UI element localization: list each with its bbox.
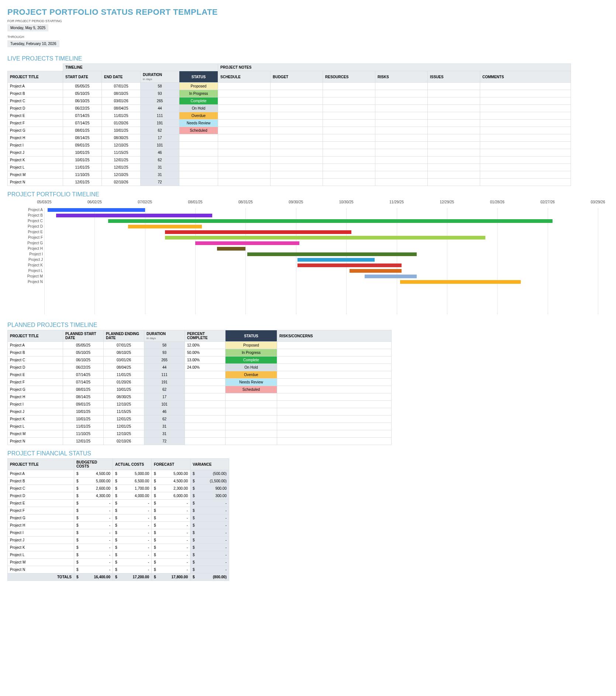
cell-end: 11/01/25 <box>102 112 141 120</box>
gantt-row-label: Project A <box>7 208 43 212</box>
cell-money: $- <box>74 551 113 559</box>
cell-end: 08/30/25 <box>102 134 141 142</box>
gantt-row-label: Project D <box>7 224 43 228</box>
cell-percent <box>185 416 226 423</box>
cell-issues <box>428 156 480 164</box>
cell-start: 07/14/25 <box>63 112 102 120</box>
cell-money: $(500.00) <box>190 470 229 478</box>
gantt-bar <box>108 219 553 223</box>
cell-money: $2,300.00 <box>152 485 190 492</box>
cell-money: $- <box>74 544 113 551</box>
cell-title: Project K <box>8 416 63 423</box>
cell-start: 06/10/25 <box>63 356 104 364</box>
cell-money: $- <box>74 566 113 573</box>
live-projects-table: TIMELINE PROJECT NOTES PROJECT TITLE STA… <box>7 63 571 186</box>
cell-title: Project H <box>8 134 63 142</box>
hdr-percent: PERCENT COMPLETE <box>185 330 226 342</box>
cell-title: Project F <box>8 507 74 514</box>
cell-end: 10/01/25 <box>102 127 141 134</box>
cell-issues <box>428 112 480 120</box>
cell-percent: 24.00% <box>185 364 226 371</box>
planned-headers-row: PROJECT TITLE PLANNED START DATE PLANNED… <box>8 330 392 342</box>
cell-title: Project J <box>8 408 63 416</box>
table-row: Project E07/14/2511/01/25111Overdue <box>8 112 571 120</box>
cell-money: $- <box>113 537 152 544</box>
gantt-gridline <box>44 208 45 314</box>
cell-risks <box>375 134 428 142</box>
cell-money: $4,000.00 <box>113 492 152 500</box>
cell-title: Project N <box>8 179 63 186</box>
table-row: Project G08/01/2510/01/2562Scheduled <box>8 386 392 393</box>
gantt-gridline <box>548 208 548 314</box>
financial-headers-row: PROJECT TITLE BUDGETED COSTS ACTUAL COST… <box>8 459 229 470</box>
cell-budget <box>271 171 323 179</box>
cell-start: 10/01/25 <box>63 156 102 164</box>
table-row: Project C06/10/2503/01/26265Complete <box>8 97 571 105</box>
period-start-label: FOR PROJECT PERIOD STARTING <box>7 19 609 23</box>
cell-money: $- <box>74 500 113 507</box>
cell-start: 05/10/25 <box>63 349 104 356</box>
cell-issues <box>428 127 480 134</box>
cell-risks <box>375 156 428 164</box>
gantt-gridline <box>94 208 95 314</box>
cell-schedule <box>218 149 271 156</box>
hdr-budgeted: BUDGETED COSTS <box>74 459 113 470</box>
gantt-chart: 05/03/2506/02/2507/02/2508/01/2508/31/25… <box>7 200 598 314</box>
cell-money: $- <box>113 522 152 529</box>
cell-schedule <box>218 156 271 164</box>
cell-percent <box>185 423 226 430</box>
cell-comments <box>480 142 571 149</box>
cell-end: 03/01/26 <box>104 356 144 364</box>
cell-status <box>179 149 218 156</box>
cell-duration: 111 <box>144 371 185 379</box>
cell-money: $- <box>152 537 190 544</box>
cell-schedule <box>218 83 271 90</box>
cell-comments <box>480 164 571 171</box>
table-row: Project J10/01/2511/15/2546 <box>8 149 571 156</box>
cell-money: $(1,500.00) <box>190 478 229 485</box>
cell-money: $17,200.00 <box>113 573 152 581</box>
gantt-tick: 07/02/25 <box>138 200 152 204</box>
cell-title: Project B <box>8 349 63 356</box>
gantt-row-label: Project I <box>7 252 43 256</box>
cell-money: $- <box>113 507 152 514</box>
cell-risks <box>375 179 428 186</box>
table-row: Project B$5,000.00$6,500.00$4,500.00$(1,… <box>8 478 229 485</box>
cell-budget <box>271 120 323 127</box>
gantt-bar <box>195 241 299 245</box>
cell-money: $- <box>152 500 190 507</box>
cell-issues <box>428 179 480 186</box>
planned-projects-table: PROJECT TITLE PLANNED START DATE PLANNED… <box>7 330 392 445</box>
cell-start: 08/01/25 <box>63 386 104 393</box>
gantt-bar <box>48 208 145 212</box>
cell-percent <box>185 430 226 438</box>
table-row: Project G08/01/2510/01/2562Scheduled <box>8 127 571 134</box>
cell-title: Project I <box>8 529 74 537</box>
table-row: Project K10/01/2512/01/2562 <box>8 156 571 164</box>
cell-percent <box>185 393 226 401</box>
cell-status <box>226 430 277 438</box>
cell-money: $16,400.00 <box>74 573 113 581</box>
table-row: Project N12/01/2502/10/2672 <box>8 179 571 186</box>
section-live-title: LIVE PROJECTS TIMELINE <box>7 55 609 62</box>
cell-start: 06/22/25 <box>63 105 102 112</box>
cell-money: $- <box>152 551 190 559</box>
cell-start: 06/10/25 <box>63 97 102 105</box>
cell-money: $- <box>152 529 190 537</box>
cell-money: $(800.00) <box>190 573 229 581</box>
cell-duration: 191 <box>144 379 185 386</box>
cell-issues <box>428 164 480 171</box>
cell-risks <box>277 408 392 416</box>
cell-end: 12/10/25 <box>104 401 144 408</box>
cell-duration: 72 <box>144 438 185 445</box>
cell-money: $- <box>113 551 152 559</box>
cell-risks <box>375 120 428 127</box>
table-row: Project J10/01/2511/15/2546 <box>8 408 392 416</box>
cell-title: Project A <box>8 470 74 478</box>
cell-issues <box>428 134 480 142</box>
gantt-tick: 10/30/25 <box>339 200 354 204</box>
cell-schedule <box>218 142 271 149</box>
table-row: Project D$4,300.00$4,000.00$6,000.00$300… <box>8 492 229 500</box>
cell-title: Project L <box>8 164 63 171</box>
cell-money: $6,000.00 <box>152 492 190 500</box>
